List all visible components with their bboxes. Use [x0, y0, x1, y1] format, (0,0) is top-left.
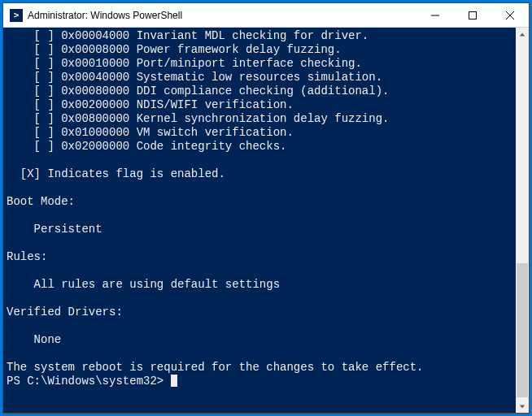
- flag-line: [ ] 0x00800000 Kernel synchronization de…: [7, 112, 516, 126]
- blank-line: [7, 264, 516, 278]
- flag-line: [ ] 0x00008000 Power framework delay fuz…: [7, 43, 516, 57]
- boot-mode-value: Persistent: [7, 223, 516, 236]
- blank-line: [7, 292, 516, 306]
- scroll-up-button[interactable]: [516, 28, 529, 41]
- blank-line: [7, 236, 516, 250]
- legend-line: [X] Indicates flag is enabled.: [7, 167, 516, 181]
- maximize-button[interactable]: [454, 3, 491, 27]
- rules-value: All rules are using default settings: [7, 278, 516, 292]
- flag-line: [ ] 0x00010000 Port/miniport interface c…: [7, 57, 516, 71]
- blank-line: [7, 209, 516, 223]
- flag-line: [ ] 0x00080000 DDI compliance checking (…: [7, 84, 516, 98]
- flag-line: [ ] 0x00040000 Systematic low resources …: [7, 71, 516, 84]
- blank-line: [7, 347, 516, 361]
- verified-label: Verified Drivers:: [7, 306, 516, 319]
- terminal-output[interactable]: [ ] 0x00004000 Invariant MDL checking fo…: [3, 28, 516, 413]
- flag-line: [ ] 0x00004000 Invariant MDL checking fo…: [7, 29, 516, 43]
- window-title: Administrator: Windows PowerShell: [28, 10, 416, 21]
- minimize-button[interactable]: [416, 3, 454, 27]
- powershell-window: Administrator: Windows PowerShell [ ] 0x…: [2, 2, 530, 414]
- scroll-thumb[interactable]: [517, 263, 528, 397]
- flag-line: [ ] 0x00200000 NDIS/WIFI verification.: [7, 98, 516, 112]
- svg-rect-1: [469, 11, 477, 19]
- blank-line: [7, 154, 516, 167]
- flag-line: [ ] 0x02000000 Code integrity checks.: [7, 140, 516, 154]
- rules-label: Rules:: [7, 250, 516, 264]
- cursor: [171, 375, 177, 387]
- window-controls: [416, 3, 529, 27]
- boot-mode-label: Boot Mode:: [7, 195, 516, 209]
- content-area: [ ] 0x00004000 Invariant MDL checking fo…: [3, 28, 529, 413]
- powershell-icon: [10, 9, 23, 22]
- blank-line: [7, 181, 516, 195]
- verified-value: None: [7, 333, 516, 347]
- close-button[interactable]: [491, 3, 529, 27]
- prompt-line[interactable]: PS C:\Windows\system32>: [7, 375, 516, 388]
- flag-line: [ ] 0x01000000 VM switch verification.: [7, 126, 516, 140]
- scroll-down-button[interactable]: [516, 399, 529, 413]
- vertical-scrollbar[interactable]: [516, 28, 529, 413]
- reboot-message: The system reboot is required for the ch…: [7, 361, 516, 375]
- blank-line: [7, 319, 516, 333]
- titlebar[interactable]: Administrator: Windows PowerShell: [3, 3, 529, 28]
